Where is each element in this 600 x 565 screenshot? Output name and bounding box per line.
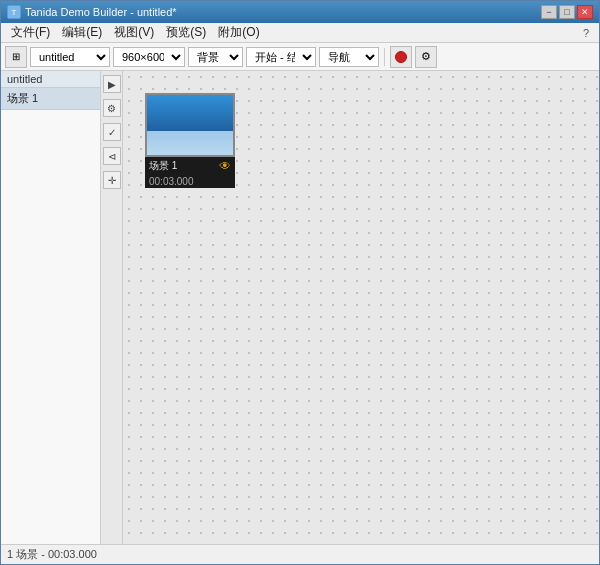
eye-icon: 👁 [219, 159, 231, 173]
move-tool-button[interactable]: ✛ [103, 171, 121, 189]
toolbar-settings-button[interactable]: ⚙ [415, 46, 437, 68]
checkmark-icon: ✓ [108, 127, 116, 138]
content-inner: 场景 1 👁 00:03.000 [135, 83, 587, 532]
scene-thumb-duration: 00:03.000 [145, 175, 235, 188]
status-text: 1 场景 - 00:03.000 [7, 547, 97, 562]
scene-panel-header: untitled [1, 71, 100, 88]
main-area: untitled 场景 1 ▶ ⚙ ✓ ⊲ ✛ [1, 71, 599, 544]
maximize-button[interactable]: □ [559, 5, 575, 19]
move-icon: ✛ [108, 175, 116, 186]
settings-icon: ⚙ [421, 50, 431, 63]
scene-panel: untitled 场景 1 [1, 71, 101, 544]
minimize-button[interactable]: − [541, 5, 557, 19]
status-bar: 1 场景 - 00:03.000 [1, 544, 599, 564]
scene-preview-image [145, 93, 235, 157]
record-icon [395, 51, 407, 63]
settings-tool-button[interactable]: ⚙ [103, 99, 121, 117]
scene-thumb-footer: 场景 1 👁 [145, 157, 235, 175]
left-toolbar: ▶ ⚙ ✓ ⊲ ✛ [101, 71, 123, 544]
window-controls: − □ ✕ [541, 5, 593, 19]
menu-preview[interactable]: 预览(S) [160, 22, 212, 43]
scene-thumb-label: 场景 1 [149, 159, 177, 173]
grid-view-button[interactable]: ⊞ [5, 46, 27, 68]
share-tool-button[interactable]: ⊲ [103, 147, 121, 165]
main-window: T Tanida Demo Builder - untitled* − □ ✕ … [0, 0, 600, 565]
background-select[interactable]: 背景 [188, 47, 243, 67]
app-icon: T [7, 5, 21, 19]
resolution-select[interactable]: 960×600 [113, 47, 185, 67]
gear-icon: ⚙ [107, 103, 116, 114]
record-button[interactable] [390, 46, 412, 68]
menu-edit[interactable]: 编辑(E) [56, 22, 108, 43]
share-icon: ⊲ [108, 151, 116, 162]
menu-bar: 文件(F) 编辑(E) 视图(V) 预览(S) 附加(O) ? [1, 23, 599, 43]
title-bar: T Tanida Demo Builder - untitled* − □ ✕ [1, 1, 599, 23]
main-toolbar: ⊞ untitled 960×600 背景 开始 - 结束 导航 ⚙ [1, 43, 599, 71]
menu-file[interactable]: 文件(F) [5, 22, 56, 43]
scene-thumbnail-card[interactable]: 场景 1 👁 00:03.000 [145, 93, 235, 188]
toolbar-separator [384, 48, 385, 66]
close-button[interactable]: ✕ [577, 5, 593, 19]
grid-icon: ⊞ [12, 51, 20, 62]
window-title: Tanida Demo Builder - untitled* [25, 6, 541, 18]
menu-addon[interactable]: 附加(O) [212, 22, 265, 43]
scene-list-item[interactable]: 场景 1 [1, 88, 100, 110]
navigation-select[interactable]: 导航 [319, 47, 379, 67]
check-tool-button[interactable]: ✓ [103, 123, 121, 141]
help-button[interactable]: ? [577, 25, 595, 41]
content-area: 场景 1 👁 00:03.000 [123, 71, 599, 544]
scene-name-select[interactable]: untitled [30, 47, 110, 67]
menu-view[interactable]: 视图(V) [108, 22, 160, 43]
start-end-select[interactable]: 开始 - 结束 [246, 47, 316, 67]
play-tool-button[interactable]: ▶ [103, 75, 121, 93]
play-icon: ▶ [108, 79, 116, 90]
